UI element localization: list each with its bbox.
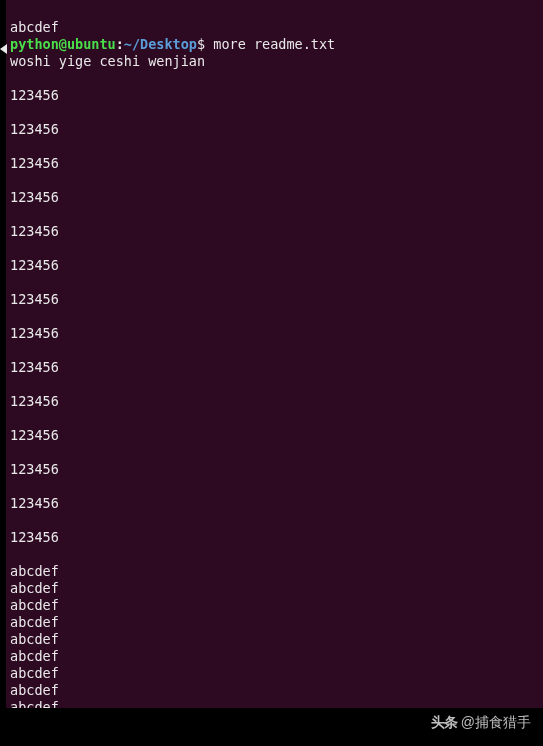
command-text: more readme.txt [213,36,335,52]
watermark-footer: 头条 @捕食猎手 [0,708,543,746]
output-line: abcdef [10,597,59,613]
output-line: 123456 [10,257,59,273]
output-line: 123456 [10,529,59,545]
prompt-at: @ [59,36,67,52]
output-line: woshi yige ceshi wenjian [10,53,205,69]
output-line: 123456 [10,189,59,205]
output-line: 123456 [10,427,59,443]
output-line: abcdef [10,648,59,664]
prompt-user: python [10,36,59,52]
output-line: 123456 [10,359,59,375]
output-line: 123456 [10,393,59,409]
output-line: abcdef [10,699,59,708]
prompt-host: ubuntu [67,36,116,52]
output-line: abcdef [10,682,59,698]
output-line: abcdef [10,580,59,596]
output-line: 123456 [10,223,59,239]
output-line: 123456 [10,87,59,103]
output-line: 123456 [10,495,59,511]
output-line: 123456 [10,121,59,137]
output-line: 123456 [10,155,59,171]
output-line: abcdef [10,665,59,681]
panel-arrow-indicator [0,44,7,54]
prompt-path: ~/Desktop [124,36,197,52]
watermark-handle: @捕食猎手 [461,714,531,732]
watermark-logo: 头条 [431,714,457,732]
terminal-window[interactable]: abcdef python@ubuntu:~/Desktop$ more rea… [6,0,543,708]
output-line: abcdef [10,614,59,630]
output-line: 123456 [10,461,59,477]
output-line: 123456 [10,325,59,341]
output-line: abcdef [10,563,59,579]
output-line: abcdef [10,631,59,647]
prompt-colon: : [116,36,124,52]
output-line: 123456 [10,291,59,307]
output-line: abcdef [10,19,59,35]
prompt-symbol: $ [197,36,205,52]
prompt-line: python@ubuntu:~/Desktop$ more readme.txt [10,36,335,52]
